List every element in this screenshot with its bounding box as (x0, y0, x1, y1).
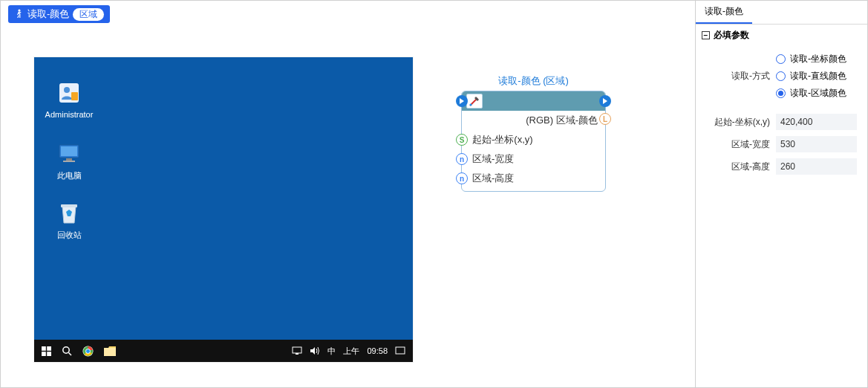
svg-point-23 (470, 104, 472, 106)
tab-read-color[interactable]: 读取-颜色 (696, 1, 752, 24)
node-output-label: (RGB) 区域-颜色 (526, 114, 598, 127)
node-input-row: n 区域-高度 (462, 169, 605, 191)
radio-icon (776, 71, 786, 81)
area-width-input[interactable] (776, 136, 857, 152)
radio-option-line[interactable]: 读取-直线颜色 (776, 68, 857, 85)
svg-rect-11 (42, 352, 46, 356)
color-picker-icon[interactable] (466, 94, 483, 109)
exec-out-port[interactable] (599, 95, 611, 107)
svg-line-14 (69, 353, 72, 356)
desktop-icon-label: 回收站 (42, 230, 97, 241)
radio-option-coord[interactable]: 读取-坐标颜色 (776, 51, 857, 68)
param-label: 起始-坐标(x,y) (696, 116, 776, 129)
pill-badge: 区域 (73, 8, 104, 21)
volume-icon (310, 346, 320, 355)
input-port-N[interactable]: n (456, 153, 468, 165)
svg-rect-5 (61, 146, 77, 156)
node-head (462, 91, 605, 111)
header-bar: 读取-颜色 区域 (1, 1, 695, 28)
taskbar-right: 中 上午 09:58 (292, 346, 413, 357)
svg-rect-20 (296, 353, 298, 355)
flow-node[interactable]: 读取-颜色 (区域) (RGB) 区域-颜色 L S (461, 74, 606, 192)
svg-rect-21 (396, 347, 405, 354)
person-walk-icon (14, 9, 24, 19)
app-root: 读取-颜色 区域 Administrator 此电脑 (0, 0, 868, 388)
param-label: 读取-方式 (696, 70, 776, 83)
recycle-bin-icon (56, 200, 82, 227)
search-icon (62, 346, 72, 356)
start-icon (42, 346, 51, 356)
params-container: 读取-方式 读取-坐标颜色 读取-直线颜色 读取-区域颜色 (696, 46, 867, 185)
svg-point-2 (64, 87, 70, 93)
radio-icon (776, 88, 786, 98)
tray-icon (292, 346, 302, 355)
taskbar-left (34, 346, 116, 357)
svg-point-0 (18, 9, 20, 11)
desktop-icon-administrator: Administrator (42, 80, 97, 120)
svg-rect-19 (293, 347, 301, 353)
node-input-label: 区域-宽度 (472, 152, 514, 166)
svg-rect-6 (66, 158, 72, 161)
area-height-input[interactable] (776, 158, 857, 175)
param-label: 区域-高度 (696, 161, 776, 173)
explorer-icon (104, 346, 116, 356)
node-input-row: n 区域-宽度 (462, 149, 605, 169)
mode-pill[interactable]: 读取-颜色 区域 (8, 5, 110, 23)
clock-time: 09:58 (367, 346, 388, 355)
desktop-icon-this-pc: 此电脑 (42, 140, 97, 181)
radio-label: 读取-坐标颜色 (790, 53, 846, 65)
param-area-height: 区域-高度 (696, 155, 860, 178)
svg-rect-10 (47, 346, 51, 351)
node-title: 读取-颜色 (区域) (461, 74, 606, 88)
node-input-label: 区域-高度 (472, 172, 514, 185)
main-canvas-panel: 读取-颜色 区域 Administrator 此电脑 (1, 1, 696, 387)
radio-label: 读取-区域颜色 (790, 87, 846, 100)
properties-sidebar: 读取-颜色 − 必填参数 读取-方式 读取-坐标颜色 读取-直线颜色 (696, 1, 867, 387)
section-title: 必填参数 (714, 29, 749, 42)
start-coord-input[interactable] (776, 114, 857, 130)
time-prefix: 上午 (343, 346, 359, 357)
desktop-icon-recycle: 回收站 (42, 200, 97, 241)
output-port-L[interactable]: L (599, 113, 611, 125)
svg-rect-9 (42, 346, 46, 351)
param-area-width: 区域-宽度 (696, 133, 860, 155)
svg-rect-18 (104, 348, 116, 356)
svg-rect-3 (71, 92, 78, 100)
ime-indicator: 中 (327, 346, 336, 357)
collapse-icon: − (702, 31, 710, 39)
user-icon (56, 80, 82, 106)
svg-rect-12 (47, 352, 51, 356)
radio-option-area[interactable]: 读取-区域颜色 (776, 85, 857, 102)
svg-point-13 (63, 347, 69, 353)
svg-point-17 (86, 349, 91, 353)
radio-icon (776, 54, 786, 64)
param-read-mode: 读取-方式 读取-坐标颜色 读取-直线颜色 读取-区域颜色 (696, 48, 860, 105)
section-required-params[interactable]: − 必填参数 (696, 25, 867, 46)
input-port-N[interactable]: n (456, 172, 468, 184)
desktop-preview: Administrator 此电脑 回收站 (34, 57, 413, 362)
param-start-coord: 起始-坐标(x,y) (696, 111, 860, 133)
desktop-icon-label: 此电脑 (42, 170, 97, 181)
node-box: (RGB) 区域-颜色 L S 起始-坐标(x,y) n 区域-宽度 n 区域-… (461, 91, 606, 192)
desktop-icon-label: Administrator (42, 109, 97, 120)
node-input-label: 起始-坐标(x,y) (472, 133, 533, 146)
exec-in-port[interactable] (456, 95, 468, 107)
node-output-row: (RGB) 区域-颜色 L (462, 111, 605, 130)
radio-group: 读取-坐标颜色 读取-直线颜色 读取-区域颜色 (776, 51, 857, 102)
canvas-area[interactable]: Administrator 此电脑 回收站 (1, 28, 695, 387)
sidebar-tabs: 读取-颜色 (696, 1, 867, 25)
param-label: 区域-宽度 (696, 138, 776, 151)
taskbar: 中 上午 09:58 (34, 340, 413, 362)
notification-icon (395, 346, 405, 355)
input-port-S[interactable]: S (456, 134, 468, 146)
svg-rect-7 (63, 161, 75, 162)
svg-rect-8 (61, 204, 77, 207)
radio-label: 读取-直线颜色 (790, 70, 846, 83)
monitor-icon (56, 140, 82, 167)
pill-label: 读取-颜色 (27, 7, 69, 21)
chrome-icon (82, 346, 94, 357)
node-input-row: S 起始-坐标(x,y) (462, 130, 605, 149)
